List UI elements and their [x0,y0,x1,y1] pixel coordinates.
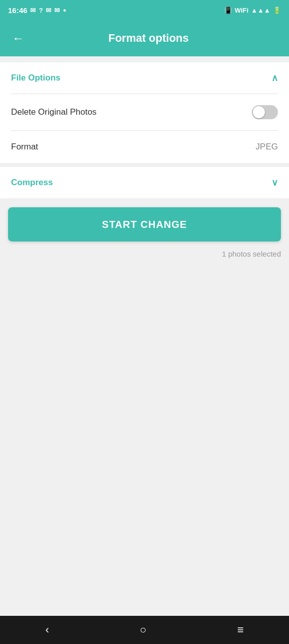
signal-icon: ▲▲▲ [251,7,270,14]
battery-icon: 🔋 [273,7,281,14]
vibrate-icon: 📳 [224,7,232,14]
file-options-title: File Options [11,73,60,83]
start-change-button[interactable]: START CHANGE [8,207,281,242]
file-options-header[interactable]: File Options ∧ [0,62,289,94]
compress-header[interactable]: Compress ∨ [0,167,289,198]
status-left: 16:46 ✉ ? ✉ ✉ ● [8,6,66,15]
delete-original-label: Delete Original Photos [11,107,97,117]
compress-title: Compress [11,178,53,188]
mail-icon: ✉ [46,7,51,14]
dot-icon: ● [63,7,66,13]
file-options-card: File Options ∧ Delete Original Photos Fo… [0,62,289,163]
start-button-container: START CHANGE [0,198,289,246]
status-bar: 16:46 ✉ ? ✉ ✉ ● 📳 WiFi ▲▲▲ 🔋 [0,0,289,20]
chevron-down-icon: ∨ [271,177,278,188]
email-icon: ✉ [30,7,36,14]
photos-selected: 1 photos selected [0,246,289,258]
status-right: 📳 WiFi ▲▲▲ 🔋 [224,7,281,14]
format-value: JPEG [256,142,278,152]
format-row: Format JPEG [0,131,289,163]
question-icon: ? [39,7,43,14]
wifi-icon: WiFi [235,7,248,14]
delete-original-row: Delete Original Photos [0,94,289,130]
toggle-track [252,105,278,119]
status-time: 16:46 [8,6,27,15]
back-button[interactable]: ← [8,28,28,48]
page-title: Format options [36,32,261,45]
compress-card: Compress ∨ [0,167,289,198]
nav-menu-button[interactable]: ≡ [227,618,254,641]
toggle-thumb [253,106,265,118]
delete-original-toggle[interactable] [252,105,278,119]
format-label: Format [11,142,38,152]
nav-home-button[interactable]: ○ [130,618,156,641]
nav-back-button[interactable]: ‹ [35,618,59,641]
main-content: File Options ∧ Delete Original Photos Fo… [0,56,289,616]
app-bar: ← Format options [0,20,289,56]
chevron-up-icon: ∧ [271,72,278,84]
nav-bar: ‹ ○ ≡ [0,616,289,644]
mail2-icon: ✉ [54,7,60,14]
